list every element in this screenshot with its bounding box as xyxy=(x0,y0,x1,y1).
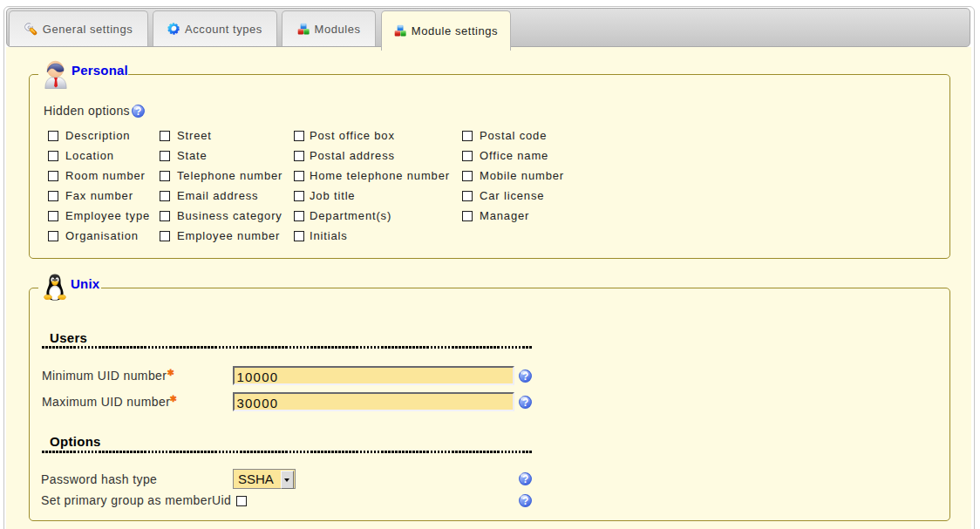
svg-text:?: ? xyxy=(135,105,141,118)
svg-text:?: ? xyxy=(522,397,528,409)
svg-text:?: ? xyxy=(522,370,528,383)
svg-text:?: ? xyxy=(522,473,528,485)
svg-text:?: ? xyxy=(522,495,528,507)
